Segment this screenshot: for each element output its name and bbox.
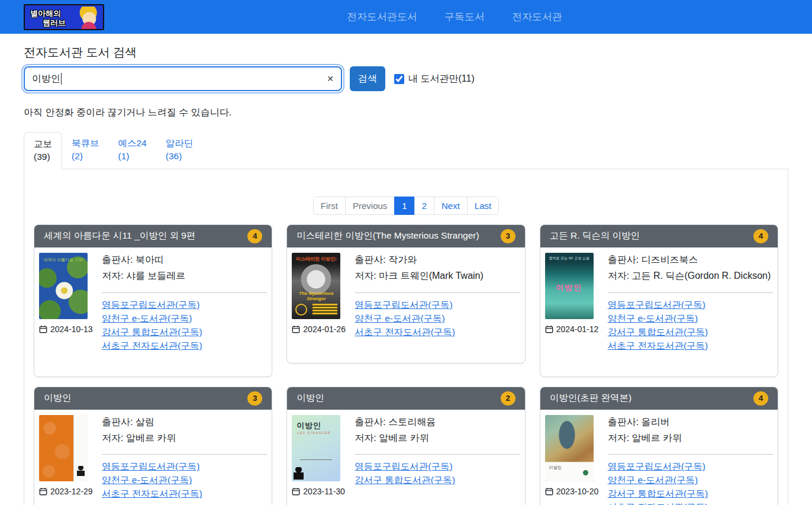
library-links: 영등포구립도서관(구독) 강서구 통합도서관(구독): [355, 461, 520, 485]
book-title: 이방인: [297, 392, 324, 404]
library-link[interactable]: 서초구 전자도서관(구독): [608, 502, 708, 505]
library-link[interactable]: 양천구 e-도서관(구독): [608, 475, 698, 485]
pagination-first[interactable]: First: [313, 197, 346, 215]
calendar-icon: [292, 487, 300, 496]
card-header: 미스테리한 이방인(The Mysterious Stranger) 3: [287, 225, 524, 247]
search-button[interactable]: 검색: [350, 66, 385, 91]
publish-date: 2023-10-20: [545, 487, 594, 496]
pagination-previous[interactable]: Previous: [345, 197, 395, 215]
divider: [102, 454, 267, 455]
text-caret: [61, 73, 62, 85]
library-link[interactable]: 영등포구립도서관(구독): [355, 461, 452, 471]
book-cover: 이방인: [545, 415, 594, 481]
book-cover: [39, 415, 88, 481]
publisher-text: 출판사: 북아띠: [102, 253, 267, 268]
library-link[interactable]: 강서구 통합도서관(구독): [102, 327, 202, 337]
library-link[interactable]: 강서구 통합도서관(구독): [608, 327, 708, 337]
library-links: 영등포구립도서관(구독) 양천구 e-도서관(구독) 서초구 전자도서관(구독): [355, 300, 520, 337]
calendar-icon: [39, 325, 47, 333]
book-card: 이방인 3 2023-12-29: [34, 387, 272, 505]
book-title: 이방인: [44, 392, 72, 404]
book-title: 고든 R. 딕슨의 이방인: [550, 230, 640, 242]
calendar-icon: [39, 487, 47, 496]
calendar-icon: [545, 325, 553, 333]
count-badge: 4: [247, 229, 262, 243]
publish-date: 2023-11-30: [292, 487, 340, 496]
my-library-filter: 내 도서관만(11): [394, 73, 475, 85]
count-badge: 3: [247, 391, 262, 406]
publish-date: 2024-01-12: [545, 324, 594, 334]
tab-bookcube[interactable]: 북큐브 (2): [62, 132, 109, 169]
publisher-text: 출판사: 스토리해윰: [355, 415, 520, 430]
library-links: 영등포구립도서관(구독) 양천구 e-도서관(구독) 강서구 통합도서관(구독)…: [608, 461, 773, 505]
library-links: 영등포구립도서관(구독) 양천구 e-도서관(구독) 서초구 전자도서관(구독): [102, 461, 267, 498]
pagination-last[interactable]: Last: [467, 197, 499, 215]
library-link[interactable]: 양천구 e-도서관(구독): [102, 475, 192, 485]
publish-date: 2024-10-13: [39, 324, 88, 334]
count-badge: 4: [753, 391, 768, 406]
count-badge: 2: [501, 391, 515, 406]
page-title: 전자도서관 도서 검색: [24, 44, 788, 60]
tab-aladin[interactable]: 알라딘 (36): [156, 132, 203, 169]
publisher-text: 출판사: 디즈비즈북스: [608, 253, 773, 268]
book-card: 이방인(초판 완역본) 4 이방인: [540, 387, 778, 505]
library-link[interactable]: 강서구 통합도서관(구독): [355, 475, 455, 485]
library-links: 영등포구립도서관(구독) 양천구 e-도서관(구독) 강서구 통합도서관(구독)…: [102, 300, 267, 350]
tab-kyobo[interactable]: 교보 (39): [24, 132, 62, 169]
library-link[interactable]: 영등포구립도서관(구독): [608, 461, 705, 471]
card-header: 이방인 3: [34, 387, 272, 410]
publisher-text: 출판사: 살림: [102, 415, 267, 430]
divider: [355, 454, 520, 455]
library-link[interactable]: 영등포구립도서관(구독): [102, 300, 199, 310]
library-link[interactable]: 영등포구립도서관(구독): [608, 300, 705, 310]
book-title: 미스테리한 이방인(The Mysterious Stranger): [297, 230, 479, 242]
library-link[interactable]: 서초구 전자도서관(구독): [355, 327, 455, 337]
logo-text-line2: 웹러브: [43, 18, 66, 28]
pagination-page-2[interactable]: 2: [414, 197, 434, 215]
library-link[interactable]: 양천구 e-도서관(구독): [102, 313, 192, 323]
book-cover: 세계의 아름다운 시11: [39, 253, 88, 319]
nav-link-elibrary-books[interactable]: 전자도서관도서: [347, 10, 417, 24]
pagination: First Previous 1 2 Next Last: [34, 197, 778, 215]
source-tabs: 교보 (39) 북큐브 (2) 예스24 (1) 알라딘 (36): [24, 132, 788, 169]
count-badge: 3: [501, 229, 515, 243]
pagination-page-1[interactable]: 1: [394, 197, 414, 215]
pagination-next[interactable]: Next: [434, 197, 468, 215]
nav-link-subscription-books[interactable]: 구독도서: [444, 10, 485, 24]
library-link[interactable]: 서초구 전자도서관(구독): [102, 488, 202, 498]
book-card: 이방인 2 이방인 LES STRANGER: [286, 387, 525, 505]
my-library-checkbox[interactable]: [394, 74, 404, 84]
tab-yes24[interactable]: 예스24 (1): [109, 132, 156, 169]
stability-notice: 아직 안정화 중이라 끊기거나 느려질 수 있습니다.: [24, 107, 788, 119]
logo-character-image: [76, 7, 101, 30]
book-card-grid: 세계의 아름다운 시11 _이방인 외 9편 4 세계의 아름다운 시11: [34, 224, 778, 505]
author-text: 저자: 샤를 보들레르: [102, 269, 267, 284]
library-links: 영등포구립도서관(구독) 양천구 e-도서관(구독) 강서구 통합도서관(구독)…: [608, 300, 773, 350]
tab-content-panel: First Previous 1 2 Next Last 세계의 아름다운 시1…: [24, 169, 788, 505]
library-link[interactable]: 양천구 e-도서관(구독): [355, 313, 444, 323]
card-header: 이방인 2: [287, 387, 524, 410]
count-badge: 4: [753, 229, 768, 243]
book-cover: 영어로 읽는 SF 고전 소설 이방인: [545, 253, 594, 319]
author-text: 저자: 마크 트웨인(Mark Twain): [355, 269, 520, 284]
book-cover: 이방인 LES STRANGER: [292, 415, 340, 481]
publish-date: 2023-12-29: [39, 487, 88, 496]
library-link[interactable]: 영등포구립도서관(구독): [102, 461, 199, 471]
author-text: 저자: 알베르 카뮈: [102, 431, 267, 446]
library-link[interactable]: 양천구 e-도서관(구독): [608, 313, 698, 323]
book-title: 이방인(초판 완역본): [550, 392, 632, 404]
calendar-icon: [292, 325, 300, 333]
library-link[interactable]: 강서구 통합도서관(구독): [608, 488, 708, 498]
book-cover: 미스테리한 이방인! The Mysterious Stranger: [292, 253, 340, 319]
author-text: 저자: 고든 R. 딕슨(Gordon R. Dickson): [608, 269, 773, 284]
library-link[interactable]: 영등포구립도서관(구독): [355, 300, 452, 310]
book-card: 미스테리한 이방인(The Mysterious Stranger) 3 미스테…: [286, 224, 525, 364]
author-text: 저자: 알베르 카뮈: [608, 431, 773, 446]
publish-date: 2024-01-26: [292, 324, 340, 334]
site-logo[interactable]: 별아해의 웹러브: [24, 4, 104, 30]
search-input[interactable]: [24, 66, 342, 91]
library-link[interactable]: 서초구 전자도서관(구독): [608, 340, 708, 350]
clear-search-icon[interactable]: ✕: [327, 73, 334, 84]
library-link[interactable]: 서초구 전자도서관(구독): [102, 340, 202, 350]
nav-link-elibrary[interactable]: 전자도서관: [512, 10, 562, 24]
